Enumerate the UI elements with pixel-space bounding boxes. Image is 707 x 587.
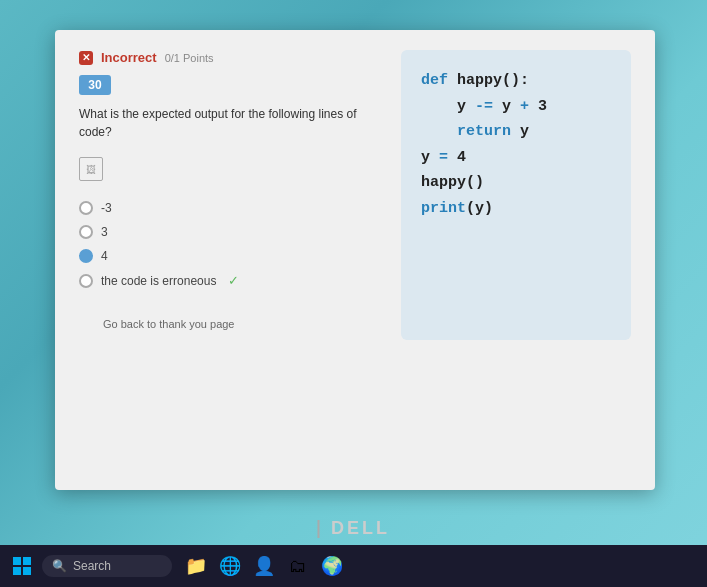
list-item[interactable]: -3 — [79, 201, 381, 215]
windows-icon — [13, 557, 31, 575]
code-happy-call: happy() — [421, 174, 484, 191]
code-y-assign: y — [421, 149, 439, 166]
search-placeholder-text: Search — [73, 559, 111, 573]
radio-opt2[interactable] — [79, 225, 93, 239]
svg-rect-0 — [13, 557, 21, 565]
keyword-plus: + — [520, 98, 529, 115]
list-item[interactable]: 4 — [79, 249, 381, 263]
incorrect-label: Incorrect — [101, 50, 157, 65]
taskbar-search-box[interactable]: 🔍 Search — [42, 555, 172, 577]
question-number-badge: 30 — [79, 75, 111, 95]
svg-rect-2 — [13, 567, 21, 575]
screen-container: ✕ Incorrect 0/1 Points 30 What is the ex… — [55, 30, 655, 490]
code-line-2: y -= y + 3 — [421, 94, 611, 120]
dell-separator-left — [317, 520, 319, 538]
taskbar-icon-edge[interactable]: 🌐 — [216, 552, 244, 580]
taskbar-icon-folder[interactable]: 🗂 — [284, 552, 312, 580]
check-icon: ✓ — [228, 273, 239, 288]
code-panel: def happy(): y -= y + 3 return y y = 4 h… — [401, 50, 631, 340]
radio-opt4[interactable] — [79, 274, 93, 288]
code-line-1: def happy(): — [421, 68, 611, 94]
keyword-return: return — [421, 123, 511, 140]
option-label: the code is erroneous — [101, 274, 216, 288]
incorrect-banner: ✕ Incorrect 0/1 Points — [79, 50, 381, 65]
taskbar-icon-files[interactable]: 📁 — [182, 552, 210, 580]
code-print-y: (y) — [466, 200, 493, 217]
list-item[interactable]: the code is erroneous ✓ — [79, 273, 381, 288]
left-panel: ✕ Incorrect 0/1 Points 30 What is the ex… — [79, 50, 381, 340]
options-list: -3 3 4 the code is erroneous ✓ — [79, 201, 381, 288]
dell-label: DELL — [317, 518, 390, 539]
code-var-y: y — [493, 98, 520, 115]
code-line-3: return y — [421, 119, 611, 145]
code-indent: y — [421, 98, 475, 115]
points-label: 0/1 Points — [165, 52, 214, 64]
option-label: 3 — [101, 225, 108, 239]
question-text: What is the expected output for the foll… — [79, 105, 381, 141]
keyword-print: print — [421, 200, 466, 217]
question-area: ✕ Incorrect 0/1 Points 30 What is the ex… — [55, 30, 655, 360]
windows-button[interactable] — [6, 550, 38, 582]
go-back-link[interactable]: Go back to thank you page — [79, 308, 381, 340]
code-num3: 3 — [529, 98, 547, 115]
svg-rect-3 — [23, 567, 31, 575]
code-line-6: print(y) — [421, 196, 611, 222]
option-label: -3 — [101, 201, 112, 215]
code-num4: 4 — [448, 149, 466, 166]
keyword-eq: = — [439, 149, 448, 166]
taskbar-icon-user[interactable]: 👤 — [250, 552, 278, 580]
list-item[interactable]: 3 — [79, 225, 381, 239]
taskbar: 🔍 Search 📁 🌐 👤 🗂 🌍 — [0, 545, 707, 587]
taskbar-icons: 📁 🌐 👤 🗂 🌍 — [182, 552, 346, 580]
taskbar-icon-browser[interactable]: 🌍 — [318, 552, 346, 580]
svg-rect-1 — [23, 557, 31, 565]
radio-opt1[interactable] — [79, 201, 93, 215]
keyword-def: def — [421, 72, 457, 89]
code-return-y: y — [511, 123, 529, 140]
code-line-5: happy() — [421, 170, 611, 196]
image-icon: 🖼 — [86, 164, 96, 175]
search-icon: 🔍 — [52, 559, 67, 573]
code-funcname: happy(): — [457, 72, 529, 89]
option-label: 4 — [101, 249, 108, 263]
keyword-minuseq: -= — [475, 98, 493, 115]
x-icon: ✕ — [79, 51, 93, 65]
code-line-4: y = 4 — [421, 145, 611, 171]
image-placeholder: 🖼 — [79, 157, 103, 181]
radio-opt3[interactable] — [79, 249, 93, 263]
